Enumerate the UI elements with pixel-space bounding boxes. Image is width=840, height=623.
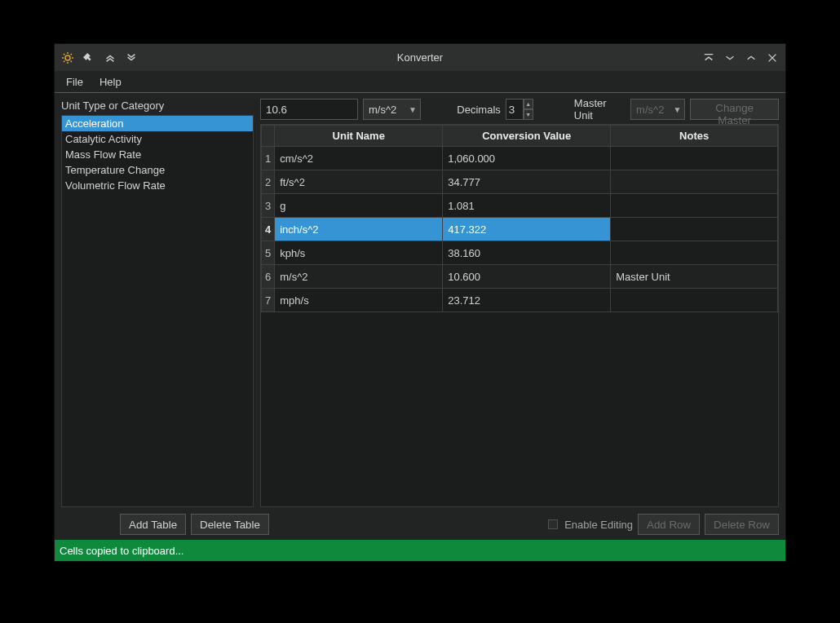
add-row-button[interactable]: Add Row xyxy=(638,514,700,535)
spin-down-icon[interactable]: ▼ xyxy=(524,109,533,120)
window-title: Konverter xyxy=(55,51,785,64)
decimals-label: Decimals xyxy=(457,104,500,116)
decimals-spinner[interactable]: ▲ ▼ xyxy=(506,99,533,120)
cell-conversion-value[interactable]: 23.712 xyxy=(443,289,611,312)
unit-combo[interactable]: m/s^2 ▼ xyxy=(363,99,421,120)
category-label: Unit Type or Category xyxy=(61,98,254,115)
table-row[interactable]: 3g1.081 xyxy=(262,194,778,218)
category-item[interactable]: Mass Flow Rate xyxy=(62,147,253,162)
category-list[interactable]: AccelerationCatalytic ActivityMass Flow … xyxy=(61,115,254,507)
cell-conversion-value[interactable]: 10.600 xyxy=(443,265,611,289)
delete-row-button[interactable]: Delete Row xyxy=(705,514,779,535)
row-number[interactable]: 6 xyxy=(262,265,275,289)
category-item[interactable]: Acceleration xyxy=(62,116,253,131)
cell-conversion-value[interactable]: 417.322 xyxy=(443,218,611,241)
category-item[interactable]: Temperature Change xyxy=(62,162,253,178)
titlebar: Konverter xyxy=(55,44,785,71)
row-number[interactable]: 3 xyxy=(262,194,275,218)
master-unit-label: Master Unit xyxy=(574,97,626,122)
minimize-icon[interactable] xyxy=(723,51,736,64)
close-icon[interactable] xyxy=(766,51,779,64)
enable-editing-label: Enable Editing xyxy=(564,519,633,531)
double-chevron-up-icon[interactable] xyxy=(104,51,117,64)
shade-up-icon[interactable] xyxy=(702,51,715,64)
cell-unit-name[interactable]: kph/s xyxy=(275,241,443,265)
cell-unit-name[interactable]: mph/s xyxy=(275,289,443,312)
table-corner xyxy=(262,126,275,147)
row-number[interactable]: 1 xyxy=(262,147,275,170)
checkbox-icon xyxy=(548,519,558,529)
cell-notes[interactable] xyxy=(611,170,778,194)
table-row[interactable]: 1cm/s^21,060.000 xyxy=(262,147,778,170)
cell-unit-name[interactable]: cm/s^2 xyxy=(275,147,443,170)
change-master-button[interactable]: Change Master xyxy=(690,99,779,120)
chevron-down-icon: ▼ xyxy=(673,105,681,114)
table-row[interactable]: 7mph/s23.712 xyxy=(262,289,778,312)
row-number[interactable]: 5 xyxy=(262,241,275,265)
cell-conversion-value[interactable]: 1.081 xyxy=(443,194,611,218)
menu-file[interactable]: File xyxy=(60,73,90,91)
add-table-button[interactable]: Add Table xyxy=(120,514,186,535)
cell-notes[interactable] xyxy=(611,194,778,218)
table-row[interactable]: 4inch/s^2417.322 xyxy=(262,218,778,241)
col-conversion-value[interactable]: Conversion Value xyxy=(443,126,611,147)
col-unit-name[interactable]: Unit Name xyxy=(275,126,443,147)
cell-conversion-value[interactable]: 38.160 xyxy=(443,241,611,265)
app-icon xyxy=(61,51,74,64)
cell-notes[interactable] xyxy=(611,147,778,170)
cell-unit-name[interactable]: ft/s^2 xyxy=(275,170,443,194)
master-unit-value: m/s^2 xyxy=(636,104,664,116)
double-chevron-down-icon[interactable] xyxy=(125,51,138,64)
table-row[interactable]: 5kph/s38.160 xyxy=(262,241,778,265)
category-item[interactable]: Volumetric Flow Rate xyxy=(62,178,253,193)
conversion-table[interactable]: Unit Name Conversion Value Notes 1cm/s^2… xyxy=(261,125,778,312)
unit-combo-value: m/s^2 xyxy=(369,104,396,116)
maximize-icon[interactable] xyxy=(745,51,758,64)
row-number[interactable]: 7 xyxy=(262,289,275,312)
window: Konverter File Help Unit Type or Categor… xyxy=(54,43,786,562)
table-row[interactable]: 6m/s^210.600Master Unit xyxy=(262,265,778,289)
status-text: Cells copied to clipboard... xyxy=(60,545,183,557)
cell-unit-name[interactable]: m/s^2 xyxy=(275,265,443,289)
row-number[interactable]: 2 xyxy=(262,170,275,194)
cell-unit-name[interactable]: inch/s^2 xyxy=(275,218,443,241)
cell-notes[interactable] xyxy=(611,289,778,312)
menu-help[interactable]: Help xyxy=(93,73,128,91)
cell-conversion-value[interactable]: 1,060.000 xyxy=(443,147,611,170)
spin-up-icon[interactable]: ▲ xyxy=(524,99,533,109)
decimals-input[interactable] xyxy=(506,99,524,120)
row-number[interactable]: 4 xyxy=(262,218,275,241)
status-bar: Cells copied to clipboard... xyxy=(55,540,785,561)
table-row[interactable]: 2ft/s^234.777 xyxy=(262,170,778,194)
cell-conversion-value[interactable]: 34.777 xyxy=(443,170,611,194)
value-input[interactable] xyxy=(260,99,358,120)
cell-notes[interactable]: Master Unit xyxy=(611,265,778,289)
col-notes[interactable]: Notes xyxy=(611,126,778,147)
category-item[interactable]: Catalytic Activity xyxy=(62,131,253,147)
svg-point-0 xyxy=(65,55,70,60)
delete-table-button[interactable]: Delete Table xyxy=(191,514,269,535)
cell-notes[interactable] xyxy=(611,241,778,265)
master-unit-combo: m/s^2 ▼ xyxy=(630,99,685,120)
cell-unit-name[interactable]: g xyxy=(275,194,443,218)
enable-editing-checkbox[interactable]: Enable Editing xyxy=(548,519,633,531)
menubar: File Help xyxy=(55,71,785,93)
chevron-down-icon: ▼ xyxy=(409,105,417,114)
cell-notes[interactable] xyxy=(611,218,778,241)
pin-icon[interactable] xyxy=(82,51,95,64)
